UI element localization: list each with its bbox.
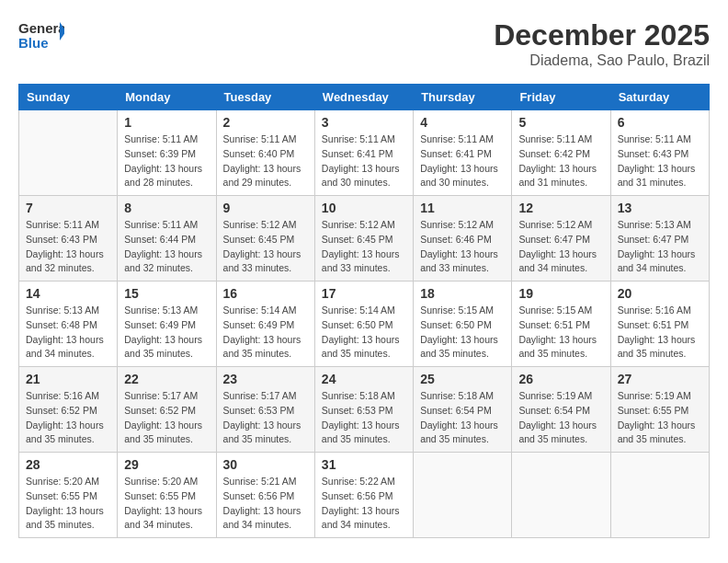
- header-sunday: Sunday: [19, 85, 118, 110]
- table-row: 29Sunrise: 5:20 AMSunset: 6:55 PMDayligh…: [118, 453, 216, 538]
- table-row: 6Sunrise: 5:11 AMSunset: 6:43 PMDaylight…: [610, 110, 709, 196]
- day-number: 31: [322, 457, 406, 472]
- day-info: Sunrise: 5:14 AMSunset: 6:50 PMDaylight:…: [322, 304, 406, 362]
- table-row: [414, 453, 512, 538]
- day-number: 6: [618, 115, 702, 130]
- calendar-week-4: 21Sunrise: 5:16 AMSunset: 6:52 PMDayligh…: [19, 367, 710, 453]
- day-number: 26: [518, 372, 603, 386]
- table-row: 8Sunrise: 5:11 AMSunset: 6:44 PMDaylight…: [118, 196, 216, 282]
- day-info: Sunrise: 5:18 AMSunset: 6:54 PMDaylight:…: [420, 389, 505, 447]
- title-area: December 2025 Diadema, Sao Paulo, Brazil: [494, 18, 710, 69]
- table-row: 12Sunrise: 5:12 AMSunset: 6:47 PMDayligh…: [512, 196, 610, 282]
- table-row: 30Sunrise: 5:21 AMSunset: 6:56 PMDayligh…: [216, 453, 314, 538]
- table-row: 31Sunrise: 5:22 AMSunset: 6:56 PMDayligh…: [314, 453, 413, 538]
- header: General Blue December 2025 Diadema, Sao …: [18, 18, 710, 69]
- table-row: [19, 110, 118, 196]
- day-info: Sunrise: 5:14 AMSunset: 6:49 PMDaylight:…: [223, 304, 308, 362]
- table-row: 3Sunrise: 5:11 AMSunset: 6:41 PMDaylight…: [314, 110, 413, 196]
- header-thursday: Thursday: [414, 85, 512, 110]
- day-info: Sunrise: 5:20 AMSunset: 6:55 PMDaylight:…: [124, 475, 209, 533]
- header-friday: Friday: [512, 85, 610, 110]
- day-number: 16: [223, 286, 308, 301]
- day-info: Sunrise: 5:16 AMSunset: 6:52 PMDaylight:…: [26, 389, 110, 447]
- day-info: Sunrise: 5:21 AMSunset: 6:56 PMDaylight:…: [223, 475, 308, 533]
- day-info: Sunrise: 5:11 AMSunset: 6:40 PMDaylight:…: [223, 132, 308, 190]
- day-info: Sunrise: 5:12 AMSunset: 6:47 PMDaylight:…: [518, 218, 603, 276]
- table-row: 1Sunrise: 5:11 AMSunset: 6:39 PMDaylight…: [118, 110, 216, 196]
- table-row: 19Sunrise: 5:15 AMSunset: 6:51 PMDayligh…: [512, 282, 610, 367]
- header-monday: Monday: [118, 85, 216, 110]
- table-row: 17Sunrise: 5:14 AMSunset: 6:50 PMDayligh…: [314, 282, 413, 367]
- location-title: Diadema, Sao Paulo, Brazil: [494, 52, 710, 69]
- table-row: 2Sunrise: 5:11 AMSunset: 6:40 PMDaylight…: [216, 110, 314, 196]
- day-number: 10: [322, 201, 406, 215]
- table-row: 14Sunrise: 5:13 AMSunset: 6:48 PMDayligh…: [19, 282, 118, 367]
- day-number: 2: [223, 115, 308, 130]
- day-number: 12: [518, 201, 603, 215]
- day-number: 18: [420, 286, 505, 301]
- table-row: 23Sunrise: 5:17 AMSunset: 6:53 PMDayligh…: [216, 367, 314, 453]
- day-number: 20: [618, 286, 702, 301]
- table-row: [610, 453, 709, 538]
- calendar: Sunday Monday Tuesday Wednesday Thursday…: [18, 84, 710, 538]
- day-number: 17: [322, 286, 406, 301]
- day-info: Sunrise: 5:17 AMSunset: 6:52 PMDaylight:…: [124, 389, 209, 447]
- day-info: Sunrise: 5:22 AMSunset: 6:56 PMDaylight:…: [322, 475, 406, 533]
- day-number: 3: [322, 115, 406, 130]
- header-wednesday: Wednesday: [314, 85, 413, 110]
- table-row: 16Sunrise: 5:14 AMSunset: 6:49 PMDayligh…: [216, 282, 314, 367]
- day-info: Sunrise: 5:13 AMSunset: 6:48 PMDaylight:…: [26, 304, 110, 362]
- logo-svg: General Blue: [18, 18, 64, 55]
- day-info: Sunrise: 5:16 AMSunset: 6:51 PMDaylight:…: [618, 304, 702, 362]
- day-info: Sunrise: 5:12 AMSunset: 6:45 PMDaylight:…: [223, 218, 308, 276]
- day-info: Sunrise: 5:20 AMSunset: 6:55 PMDaylight:…: [26, 475, 110, 533]
- day-number: 14: [26, 286, 110, 301]
- day-info: Sunrise: 5:19 AMSunset: 6:54 PMDaylight:…: [518, 389, 603, 447]
- day-info: Sunrise: 5:18 AMSunset: 6:53 PMDaylight:…: [322, 389, 406, 447]
- day-info: Sunrise: 5:13 AMSunset: 6:47 PMDaylight:…: [618, 218, 702, 276]
- table-row: 24Sunrise: 5:18 AMSunset: 6:53 PMDayligh…: [314, 367, 413, 453]
- table-row: 20Sunrise: 5:16 AMSunset: 6:51 PMDayligh…: [610, 282, 709, 367]
- table-row: 21Sunrise: 5:16 AMSunset: 6:52 PMDayligh…: [19, 367, 118, 453]
- day-number: 21: [26, 372, 110, 386]
- table-row: 13Sunrise: 5:13 AMSunset: 6:47 PMDayligh…: [610, 196, 709, 282]
- day-info: Sunrise: 5:19 AMSunset: 6:55 PMDaylight:…: [618, 389, 702, 447]
- day-info: Sunrise: 5:12 AMSunset: 6:45 PMDaylight:…: [322, 218, 406, 276]
- calendar-week-1: 1Sunrise: 5:11 AMSunset: 6:39 PMDaylight…: [19, 110, 710, 196]
- table-row: 22Sunrise: 5:17 AMSunset: 6:52 PMDayligh…: [118, 367, 216, 453]
- day-info: Sunrise: 5:11 AMSunset: 6:44 PMDaylight:…: [124, 218, 209, 276]
- table-row: 28Sunrise: 5:20 AMSunset: 6:55 PMDayligh…: [19, 453, 118, 538]
- day-number: 4: [420, 115, 505, 130]
- day-number: 13: [618, 201, 702, 215]
- table-row: 11Sunrise: 5:12 AMSunset: 6:46 PMDayligh…: [414, 196, 512, 282]
- day-number: 11: [420, 201, 505, 215]
- day-info: Sunrise: 5:11 AMSunset: 6:41 PMDaylight:…: [420, 132, 505, 190]
- day-number: 8: [124, 201, 209, 215]
- svg-text:Blue: Blue: [18, 35, 49, 51]
- table-row: 7Sunrise: 5:11 AMSunset: 6:43 PMDaylight…: [19, 196, 118, 282]
- day-number: 1: [124, 115, 209, 130]
- calendar-week-5: 28Sunrise: 5:20 AMSunset: 6:55 PMDayligh…: [19, 453, 710, 538]
- logo: General Blue: [18, 18, 64, 55]
- day-info: Sunrise: 5:11 AMSunset: 6:41 PMDaylight:…: [322, 132, 406, 190]
- month-title: December 2025: [494, 18, 710, 52]
- day-number: 27: [618, 372, 702, 386]
- day-number: 7: [26, 201, 110, 215]
- day-number: 5: [518, 115, 603, 130]
- calendar-week-2: 7Sunrise: 5:11 AMSunset: 6:43 PMDaylight…: [19, 196, 710, 282]
- table-row: 5Sunrise: 5:11 AMSunset: 6:42 PMDaylight…: [512, 110, 610, 196]
- table-row: 15Sunrise: 5:13 AMSunset: 6:49 PMDayligh…: [118, 282, 216, 367]
- day-info: Sunrise: 5:12 AMSunset: 6:46 PMDaylight:…: [420, 218, 505, 276]
- day-number: 9: [223, 201, 308, 215]
- table-row: 18Sunrise: 5:15 AMSunset: 6:50 PMDayligh…: [414, 282, 512, 367]
- table-row: 26Sunrise: 5:19 AMSunset: 6:54 PMDayligh…: [512, 367, 610, 453]
- day-info: Sunrise: 5:11 AMSunset: 6:42 PMDaylight:…: [518, 132, 603, 190]
- day-number: 15: [124, 286, 209, 301]
- header-saturday: Saturday: [610, 85, 709, 110]
- table-row: 9Sunrise: 5:12 AMSunset: 6:45 PMDaylight…: [216, 196, 314, 282]
- day-info: Sunrise: 5:17 AMSunset: 6:53 PMDaylight:…: [223, 389, 308, 447]
- svg-text:General: General: [18, 20, 64, 36]
- calendar-header-row: Sunday Monday Tuesday Wednesday Thursday…: [19, 85, 710, 110]
- day-number: 22: [124, 372, 209, 386]
- day-number: 19: [518, 286, 603, 301]
